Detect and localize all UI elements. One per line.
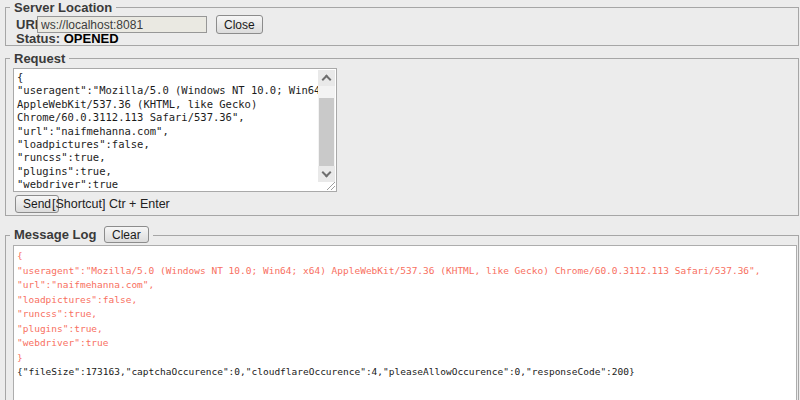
shortcut-hint: [Shortcut] Ctr + Enter [52, 197, 170, 211]
log-entry: "webdriver":true [17, 336, 796, 351]
log-entry: } [17, 351, 796, 366]
log-entry: "url":"naifmehanna.com", [17, 278, 796, 293]
scroll-down-button[interactable] [318, 166, 335, 182]
request-textarea-container: { "useragent":"Mozilla/5.0 (Windows NT 1… [13, 68, 337, 192]
close-button[interactable]: Close [216, 15, 263, 34]
clear-button[interactable]: Clear [104, 226, 149, 243]
websocket-test-page: Server Location URL: Close Status: OPENE… [0, 0, 800, 400]
request-textarea[interactable]: { "useragent":"Mozilla/5.0 (Windows NT 1… [14, 69, 318, 191]
log-entry: {"fileSize":173163,"captchaOccurence":0,… [17, 365, 796, 380]
chevron-up-icon [322, 75, 332, 85]
log-entry: "loadpictures":false, [17, 293, 796, 308]
chevron-down-icon [322, 168, 332, 178]
log-entry: "runcss":true, [17, 307, 796, 322]
log-entry: { [17, 249, 796, 264]
message-log-area: { "useragent":"Mozilla/5.0 (Windows NT 1… [13, 245, 797, 400]
status-row: Status: OPENED [16, 31, 119, 46]
status-label: Status: [16, 31, 60, 46]
status-value: OPENED [64, 31, 119, 46]
server-location-legend: Server Location [10, 0, 116, 15]
request-legend: Request [10, 51, 69, 66]
message-log-legend: Message Log Clear [10, 227, 153, 244]
log-entry: "useragent":"Mozilla/5.0 (Windows NT 10.… [17, 264, 796, 279]
scrollbar-thumb[interactable] [319, 98, 334, 168]
message-log-legend-text: Message Log [14, 227, 96, 242]
scroll-up-button[interactable] [318, 70, 335, 86]
log-entry: "plugins":true, [17, 322, 796, 337]
request-scrollbar[interactable] [318, 70, 335, 182]
